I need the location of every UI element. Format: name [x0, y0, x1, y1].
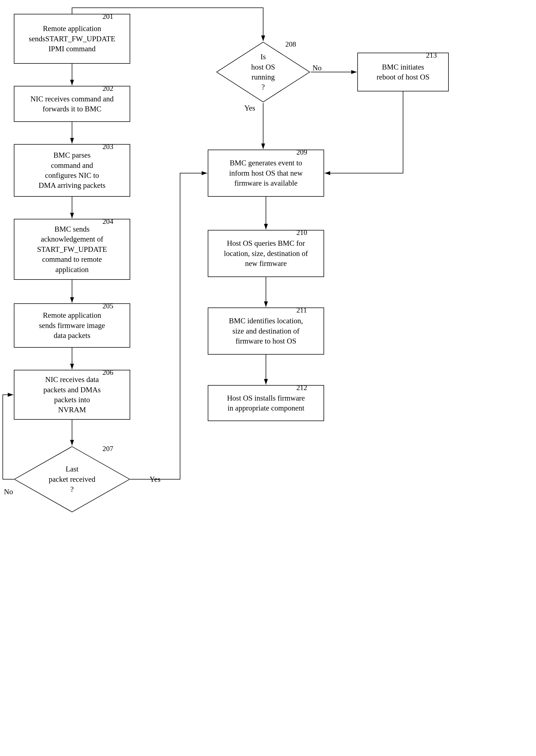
ref-213: 213	[426, 51, 437, 59]
diamond-208: Is host OS running ?	[216, 42, 310, 103]
ref-210: 210	[296, 229, 307, 237]
ref-205: 205	[103, 302, 113, 310]
ref-204: 204	[103, 217, 113, 226]
flowchart-container: Remote application sendsSTART_FW_UPDATE …	[0, 0, 536, 756]
ref-202: 202	[103, 84, 113, 93]
label-no-207: No	[4, 488, 13, 496]
box-209: BMC generates event to inform host OS th…	[208, 149, 324, 197]
ref-201: 201	[103, 13, 113, 21]
ref-209: 209	[296, 148, 307, 156]
box-204: BMC sends acknowledgement of START_FW_UP…	[14, 219, 130, 280]
box-203: BMC parses command and configures NIC to…	[14, 144, 130, 197]
ref-207: 207	[103, 444, 113, 453]
label-yes-207: Yes	[150, 475, 160, 484]
box-206: NIC receives data packets and DMAs packe…	[14, 370, 130, 420]
ref-208: 208	[285, 40, 296, 49]
ref-206: 206	[103, 369, 113, 377]
ref-203: 203	[103, 143, 113, 151]
box-211: BMC identifies location, size and destin…	[208, 308, 324, 355]
diamond-207: Last packet received ?	[14, 446, 130, 512]
ref-211: 211	[296, 306, 307, 314]
ref-212: 212	[296, 384, 307, 392]
box-210: Host OS queries BMC for location, size, …	[208, 230, 324, 277]
label-yes-208: Yes	[244, 104, 255, 113]
box-201: Remote application sendsSTART_FW_UPDATE …	[14, 14, 130, 64]
label-no-208: No	[313, 64, 321, 72]
